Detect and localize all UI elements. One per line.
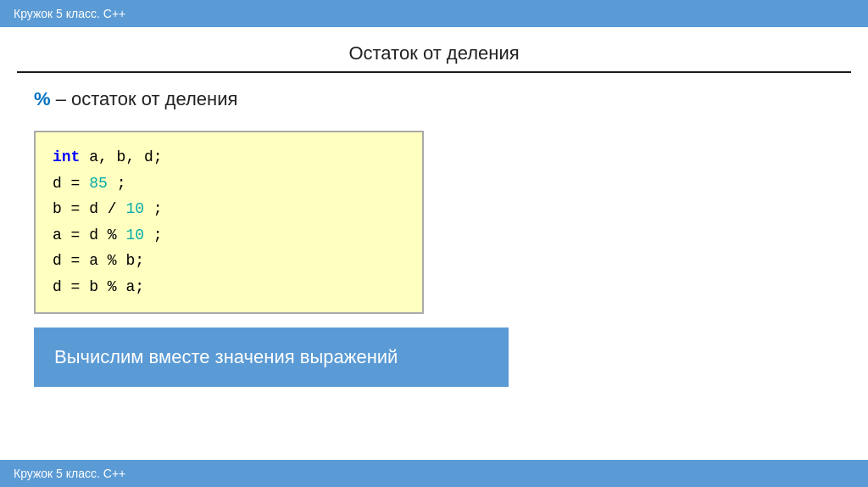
content-area: Остаток от деления % – остаток от делени… xyxy=(0,27,868,460)
bottom-box: Вычислим вместе значения выражений xyxy=(34,327,509,387)
code-num-10a: 10 xyxy=(125,200,144,217)
code-line-4: a = d % 10 ; xyxy=(53,222,405,249)
bottom-text: Вычислим вместе значения выражений xyxy=(54,346,398,367)
code-line-3: b = d / 10 ; xyxy=(53,196,405,222)
code-line-1: int a, b, d; xyxy=(53,144,405,171)
header-title: Кружок 5 класс. С++ xyxy=(14,7,125,20)
code-text-3b: ; xyxy=(153,200,163,217)
footer-title: Кружок 5 класс. С++ xyxy=(14,467,125,480)
code-line-6: d = b % a; xyxy=(53,274,405,300)
code-text-2a: d = xyxy=(53,175,89,192)
code-text-5: d = a % b; xyxy=(53,252,144,269)
title-divider xyxy=(17,71,851,73)
code-text-4a: a = d % xyxy=(53,227,125,244)
code-num-85: 85 xyxy=(89,175,108,192)
header-bar: Кружок 5 класс. С++ xyxy=(0,0,868,27)
code-text-4b: ; xyxy=(153,227,163,244)
keyword-int: int xyxy=(53,148,80,165)
code-line-2: d = 85 ; xyxy=(53,171,405,197)
code-text-1: a, b, d; xyxy=(89,148,162,165)
code-text-6: d = b % a; xyxy=(53,278,144,295)
slide-title: Остаток от деления xyxy=(0,27,868,71)
main-content: % – остаток от деления int a, b, d; d = … xyxy=(0,88,868,460)
footer-bar: Кружок 5 класс. С++ xyxy=(0,460,868,487)
percent-symbol: % xyxy=(34,88,51,109)
code-block: int a, b, d; d = 85 ; b = d / 10 ; a = d… xyxy=(34,131,424,314)
code-text-2b: ; xyxy=(117,175,126,192)
subtitle-text: – остаток от деления xyxy=(56,88,238,109)
subtitle: % – остаток от деления xyxy=(34,88,834,110)
code-text-3a: b = d / xyxy=(53,200,125,217)
code-line-5: d = a % b; xyxy=(53,248,405,274)
code-num-10b: 10 xyxy=(125,227,144,244)
